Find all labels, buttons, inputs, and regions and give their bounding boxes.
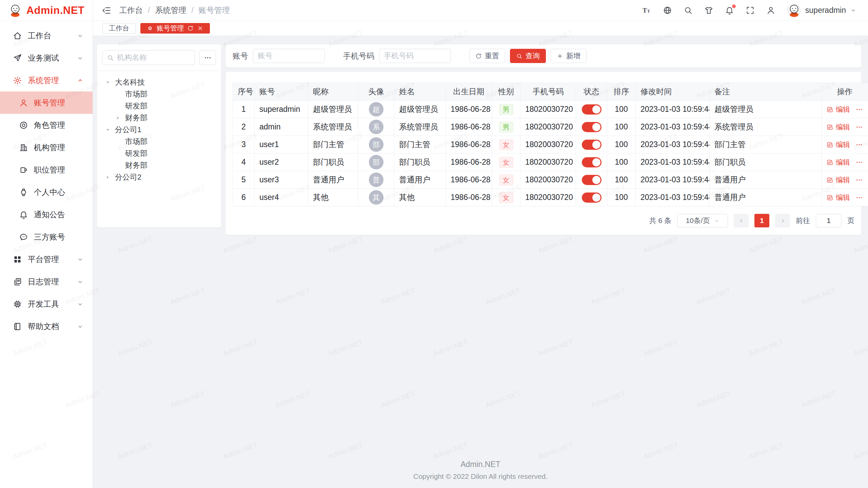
filters-bar: 账号 手机号码 重置 查询 新增: [226, 44, 861, 67]
notification-icon[interactable]: [725, 6, 734, 15]
refresh-icon: [475, 53, 482, 59]
profile-icon[interactable]: [766, 6, 775, 15]
caret-spacer: [114, 162, 125, 169]
status-toggle[interactable]: [582, 104, 601, 115]
tree-node[interactable]: 研发部: [102, 147, 216, 159]
home-icon: [13, 31, 22, 40]
row-more-button[interactable]: [855, 176, 863, 184]
query-button[interactable]: 查询: [510, 49, 546, 63]
caret-down-icon[interactable]: [104, 126, 115, 134]
page-1-button[interactable]: 1: [754, 214, 769, 227]
column-header-avatar: 头像: [358, 83, 394, 101]
reset-button[interactable]: 重置: [469, 49, 505, 63]
sidebar-item-label: 平台管理: [28, 254, 59, 265]
tree-node[interactable]: 分公司2: [102, 171, 216, 183]
caret-right-icon[interactable]: [114, 114, 125, 122]
row-more-button[interactable]: [855, 159, 863, 166]
status-toggle[interactable]: [582, 157, 601, 167]
logo[interactable]: Admin.NET: [0, 0, 93, 21]
sidebar-item-account-management[interactable]: 账号管理: [0, 92, 93, 114]
sidebar-item-notice[interactable]: 通知公告: [0, 203, 93, 226]
edit-button[interactable]: 编辑: [827, 175, 850, 185]
sidebar-item-role-management[interactable]: 角色管理: [0, 114, 93, 136]
header: 工作台/系统管理/账号管理 TT superadmin: [93, 0, 868, 21]
column-header-remark: 备注: [710, 83, 822, 101]
user-menu[interactable]: superadmin: [787, 3, 856, 18]
tree-node[interactable]: 市场部: [102, 88, 216, 100]
cell-ops: 编辑: [822, 101, 868, 118]
sidebar-item-dev-tools[interactable]: 开发工具: [0, 293, 93, 315]
edit-button[interactable]: 编辑: [827, 193, 850, 202]
goto-page-input[interactable]: [816, 214, 842, 227]
caret-spacer: [114, 138, 125, 145]
row-more-button[interactable]: [855, 123, 863, 131]
sidebar-collapse-button[interactable]: [102, 6, 111, 15]
cell-name: 部门职员: [394, 154, 446, 171]
cpu-icon: [13, 300, 22, 309]
cell-nickname: 其他: [308, 189, 358, 206]
sidebar-item-org-management[interactable]: 机构管理: [0, 136, 93, 159]
tab-workbench[interactable]: 工作台: [102, 23, 136, 34]
sidebar-item-position-management[interactable]: 职位管理: [0, 159, 93, 181]
fullscreen-icon[interactable]: [746, 6, 755, 15]
tab-account-management[interactable]: 账号管理: [140, 23, 210, 34]
cell-account: user4: [255, 189, 308, 206]
tree-node[interactable]: 大名科技: [102, 76, 216, 88]
sidebar-item-third-party-account[interactable]: 三方账号: [0, 226, 93, 248]
row-more-button[interactable]: [855, 194, 863, 201]
row-more-button[interactable]: [855, 106, 863, 113]
sidebar-item-help-docs[interactable]: 帮助文档: [0, 315, 93, 338]
cell-ops: 编辑: [822, 118, 868, 136]
sidebar-item-workbench[interactable]: 工作台: [0, 24, 93, 47]
sidebar-item-label: 开发工具: [28, 299, 59, 309]
sidebar-item-platform-management[interactable]: 平台管理: [0, 248, 93, 270]
tree-more-button[interactable]: [199, 50, 216, 65]
status-toggle[interactable]: [582, 192, 601, 203]
edit-button[interactable]: 编辑: [827, 122, 850, 132]
tree-node[interactable]: 研发部: [102, 100, 216, 112]
theme-icon[interactable]: [704, 6, 713, 15]
tab-close-icon[interactable]: [197, 25, 203, 32]
breadcrumb-item-1[interactable]: 系统管理: [155, 5, 186, 16]
gender-badge: 男: [499, 104, 513, 115]
font-size-icon[interactable]: TT: [642, 6, 651, 15]
svg-text:T: T: [647, 9, 650, 14]
status-toggle[interactable]: [582, 122, 601, 132]
status-toggle[interactable]: [582, 175, 601, 185]
sidebar-item-label: 职位管理: [34, 165, 65, 175]
tree-node[interactable]: 财务部: [102, 112, 216, 124]
phone-input[interactable]: [384, 52, 446, 60]
org-tree-panel: 大名科技市场部研发部财务部分公司1市场部研发部财务部分公司2: [97, 44, 221, 227]
sidebar-item-system-management[interactable]: 系统管理: [0, 69, 93, 92]
sidebar-item-personal-center[interactable]: 个人中心: [0, 181, 93, 203]
search-icon[interactable]: [684, 6, 693, 15]
edit-button[interactable]: 编辑: [827, 105, 850, 114]
caret-right-icon[interactable]: [104, 174, 115, 181]
page-size-select[interactable]: 10条/页: [677, 214, 728, 227]
account-input[interactable]: [258, 52, 320, 60]
cell-seq: 6: [233, 189, 255, 206]
row-more-button[interactable]: [855, 141, 863, 148]
breadcrumb-item-0[interactable]: 工作台: [119, 5, 143, 16]
tree-node[interactable]: 市场部: [102, 136, 216, 147]
tab-refresh-icon[interactable]: [187, 25, 194, 32]
cell-avatar: 系: [358, 118, 394, 136]
status-toggle[interactable]: [582, 140, 601, 150]
edit-button[interactable]: 编辑: [827, 140, 850, 149]
tree-node[interactable]: 分公司1: [102, 124, 216, 136]
sidebar-item-business-test[interactable]: 业务测试: [0, 47, 93, 69]
cell-gender: 女: [492, 171, 520, 189]
cell-modified: 2023-01-03 10:59:44: [636, 136, 710, 154]
table-row: 5user3普通用户普普通用户1986-06-28女18020030720100…: [233, 171, 868, 189]
add-button[interactable]: 新增: [551, 49, 587, 63]
next-page-button[interactable]: [775, 214, 790, 227]
caret-down-icon[interactable]: [104, 79, 115, 86]
page-size-value: 10条/页: [686, 216, 710, 225]
edit-button[interactable]: 编辑: [827, 158, 850, 167]
org-search-input[interactable]: [117, 53, 190, 62]
tree-node[interactable]: 财务部: [102, 159, 216, 171]
sidebar-item-log-management[interactable]: 日志管理: [0, 270, 93, 293]
language-icon[interactable]: [663, 6, 672, 15]
prev-page-button[interactable]: [734, 214, 749, 227]
cell-gender: 男: [492, 101, 520, 118]
